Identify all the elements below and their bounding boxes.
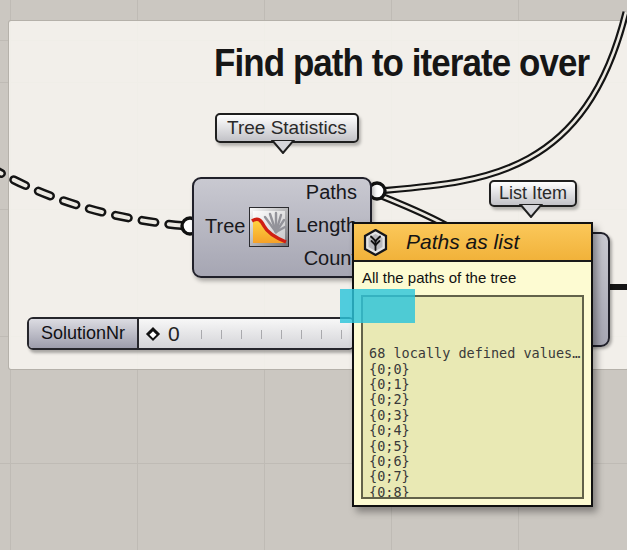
slider-value: 0 (168, 322, 180, 346)
slider-name: SolutionNr (41, 323, 125, 344)
hexagon-tree-icon (362, 229, 389, 256)
slider-ticks (201, 330, 353, 339)
list-item-label: List Item (489, 180, 577, 207)
path-list-item: {0;7} (369, 469, 576, 484)
tooltip-header: Paths as list (354, 224, 591, 262)
tree-statistics-component[interactable]: Tree Paths Length Count (192, 177, 372, 278)
slider-knob[interactable] (146, 326, 160, 340)
paths-tooltip: Paths as list All the paths of the tree … (352, 222, 593, 507)
output-label-length: Length (296, 214, 357, 237)
path-list-item: {0;0} (369, 362, 576, 377)
tree-statistics-icon (249, 207, 289, 247)
path-list-item: {0;2} (369, 392, 576, 407)
tooltip-path-list: 68 locally defined values…{0;0}{0;1}{0;2… (361, 295, 584, 499)
slider-track[interactable]: 0 (139, 319, 353, 348)
list-item-label-text: List Item (499, 183, 567, 203)
slider-name-plate[interactable]: SolutionNr (29, 319, 139, 348)
path-list-item: {0;3} (369, 408, 576, 423)
path-list-item: {0;6} (369, 454, 576, 469)
tooltip-title: Paths as list (406, 230, 519, 254)
solution-nr-slider[interactable]: SolutionNr 0 (27, 317, 355, 350)
tree-statistics-label: Tree Statistics (215, 113, 359, 143)
path-list-item: {0;5} (369, 439, 576, 454)
tree-statistics-label-pointer (271, 140, 295, 154)
group-title: Find path to iterate over (214, 42, 627, 85)
output-label-paths: Paths (306, 181, 357, 204)
path-list-item: {0;4} (369, 423, 576, 438)
output-label-count: Count (304, 247, 357, 270)
input-label-tree: Tree (205, 215, 245, 238)
tree-statistics-label-text: Tree Statistics (227, 117, 347, 138)
tooltip-description: All the paths of the tree (354, 262, 591, 286)
path-list-item: {0;1} (369, 377, 576, 392)
path-list-item: {0;8} (369, 485, 576, 499)
list-item-label-pointer (519, 204, 543, 218)
selection-highlight (340, 289, 415, 323)
path-list-item: 68 locally defined values… (369, 346, 576, 361)
